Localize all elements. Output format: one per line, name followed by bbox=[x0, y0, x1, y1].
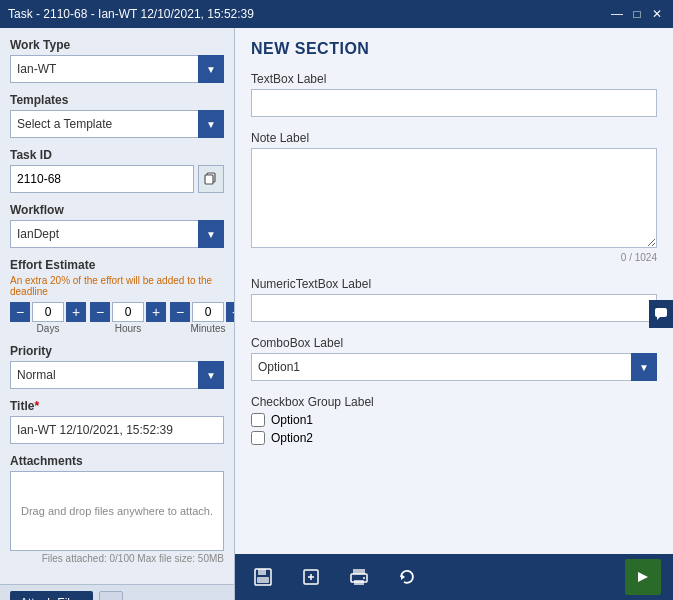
svg-rect-12 bbox=[354, 580, 364, 585]
task-id-input[interactable] bbox=[10, 165, 194, 193]
send-button[interactable] bbox=[625, 559, 661, 595]
effort-minutes-col: − + Minutes bbox=[170, 302, 235, 334]
priority-label: Priority bbox=[10, 344, 224, 358]
effort-group: Effort Estimate An extra 20% of the effo… bbox=[10, 258, 224, 334]
right-footer bbox=[235, 554, 673, 600]
task-id-label: Task ID bbox=[10, 148, 224, 162]
svg-marker-15 bbox=[638, 572, 648, 582]
attach-files-button[interactable]: Attach Files bbox=[10, 591, 93, 600]
svg-rect-5 bbox=[258, 569, 266, 575]
note-label: Note Label bbox=[251, 131, 657, 145]
right-content: NEW SECTION TextBox Label Note Label 0 /… bbox=[235, 28, 673, 554]
title-input[interactable] bbox=[10, 416, 224, 444]
textbox-group: TextBox Label bbox=[251, 72, 657, 117]
task-id-group: Task ID bbox=[10, 148, 224, 193]
note-group: Note Label 0 / 1024 bbox=[251, 131, 657, 263]
attachments-info: Files attached: 0/100 Max file size: 50M… bbox=[10, 553, 224, 564]
save-icon bbox=[253, 567, 273, 587]
checkbox-item-option2[interactable]: Option2 bbox=[251, 431, 657, 445]
hours-minus-button[interactable]: − bbox=[90, 302, 110, 322]
checkbox-group-label: Checkbox Group Label bbox=[251, 395, 657, 409]
effort-hours-col: − + Hours bbox=[90, 302, 166, 334]
attachments-drag-text: Drag and drop files anywhere to attach. bbox=[21, 505, 213, 517]
window-title: Task - 2110-68 - Ian-WT 12/10/2021, 15:5… bbox=[8, 7, 254, 21]
hours-input[interactable] bbox=[112, 302, 144, 322]
checkbox-option1[interactable] bbox=[251, 413, 265, 427]
svg-rect-1 bbox=[205, 175, 213, 184]
left-panel: Work Type Ian-WT ▼ Templates Select a Te… bbox=[0, 28, 235, 600]
effort-days-col: − + Days bbox=[10, 302, 86, 334]
upload-button[interactable] bbox=[295, 561, 327, 593]
title-required: * bbox=[34, 399, 39, 413]
priority-group: Priority Normal ▼ bbox=[10, 344, 224, 389]
reset-icon bbox=[397, 567, 417, 587]
window-controls: — □ ✕ bbox=[609, 6, 665, 22]
templates-select[interactable]: Select a Template bbox=[10, 110, 224, 138]
maximize-button[interactable]: □ bbox=[629, 6, 645, 22]
effort-days-unit: − + bbox=[10, 302, 86, 322]
left-footer: Attach Files ··· bbox=[0, 584, 234, 600]
hours-label: Hours bbox=[115, 323, 142, 334]
minutes-minus-button[interactable]: − bbox=[170, 302, 190, 322]
hours-plus-button[interactable]: + bbox=[146, 302, 166, 322]
copy-icon bbox=[204, 172, 218, 186]
note-textarea[interactable] bbox=[251, 148, 657, 248]
print-icon bbox=[349, 567, 369, 587]
note-counter: 0 / 1024 bbox=[251, 252, 657, 263]
checkbox-item-option1[interactable]: Option1 bbox=[251, 413, 657, 427]
workflow-select[interactable]: IanDept bbox=[10, 220, 224, 248]
checkbox-option2[interactable] bbox=[251, 431, 265, 445]
textbox-label: TextBox Label bbox=[251, 72, 657, 86]
priority-select-wrapper: Normal ▼ bbox=[10, 361, 224, 389]
print-button[interactable] bbox=[343, 561, 375, 593]
templates-group: Templates Select a Template ▼ bbox=[10, 93, 224, 138]
right-panel-inner: NEW SECTION TextBox Label Note Label 0 /… bbox=[235, 28, 673, 600]
send-icon bbox=[634, 568, 652, 586]
left-content: Work Type Ian-WT ▼ Templates Select a Te… bbox=[0, 28, 234, 584]
textbox-input[interactable] bbox=[251, 89, 657, 117]
svg-marker-3 bbox=[657, 317, 660, 320]
section-title: NEW SECTION bbox=[251, 40, 657, 58]
more-options-button[interactable]: ··· bbox=[99, 591, 123, 600]
days-minus-button[interactable]: − bbox=[10, 302, 30, 322]
work-type-group: Work Type Ian-WT ▼ bbox=[10, 38, 224, 83]
work-type-select-wrapper: Ian-WT ▼ bbox=[10, 55, 224, 83]
chat-bubble-button[interactable] bbox=[649, 300, 673, 328]
days-label: Days bbox=[37, 323, 60, 334]
attachments-label: Attachments bbox=[10, 454, 224, 468]
combobox-select-wrapper: Option1 Option2 ▼ bbox=[251, 353, 657, 381]
task-id-wrapper bbox=[10, 165, 224, 193]
footer-actions bbox=[247, 561, 423, 593]
upload-icon bbox=[301, 567, 321, 587]
work-type-label: Work Type bbox=[10, 38, 224, 52]
minutes-plus-button[interactable]: + bbox=[226, 302, 235, 322]
title-label: Title* bbox=[10, 399, 224, 413]
numeric-group: NumericTextBox Label bbox=[251, 277, 657, 322]
combobox-select[interactable]: Option1 Option2 bbox=[251, 353, 657, 381]
save-button[interactable] bbox=[247, 561, 279, 593]
workflow-select-wrapper: IanDept ▼ bbox=[10, 220, 224, 248]
days-input[interactable] bbox=[32, 302, 64, 322]
svg-marker-14 bbox=[401, 574, 405, 580]
close-button[interactable]: ✕ bbox=[649, 6, 665, 22]
numeric-input[interactable] bbox=[251, 294, 657, 322]
combobox-group: ComboBox Label Option1 Option2 ▼ bbox=[251, 336, 657, 381]
templates-select-wrapper: Select a Template ▼ bbox=[10, 110, 224, 138]
minimize-button[interactable]: — bbox=[609, 6, 625, 22]
work-type-select[interactable]: Ian-WT bbox=[10, 55, 224, 83]
days-plus-button[interactable]: + bbox=[66, 302, 86, 322]
workflow-label: Workflow bbox=[10, 203, 224, 217]
effort-note: An extra 20% of the effort will be added… bbox=[10, 275, 224, 297]
combobox-label: ComboBox Label bbox=[251, 336, 657, 350]
effort-hours-unit: − + bbox=[90, 302, 166, 322]
numeric-label: NumericTextBox Label bbox=[251, 277, 657, 291]
chat-icon bbox=[654, 307, 668, 321]
effort-label: Effort Estimate bbox=[10, 258, 224, 272]
priority-select[interactable]: Normal bbox=[10, 361, 224, 389]
copy-button[interactable] bbox=[198, 165, 224, 193]
svg-rect-6 bbox=[257, 577, 269, 583]
title-group: Title* bbox=[10, 399, 224, 444]
minutes-input[interactable] bbox=[192, 302, 224, 322]
attachments-dropzone[interactable]: Drag and drop files anywhere to attach. bbox=[10, 471, 224, 551]
reset-button[interactable] bbox=[391, 561, 423, 593]
